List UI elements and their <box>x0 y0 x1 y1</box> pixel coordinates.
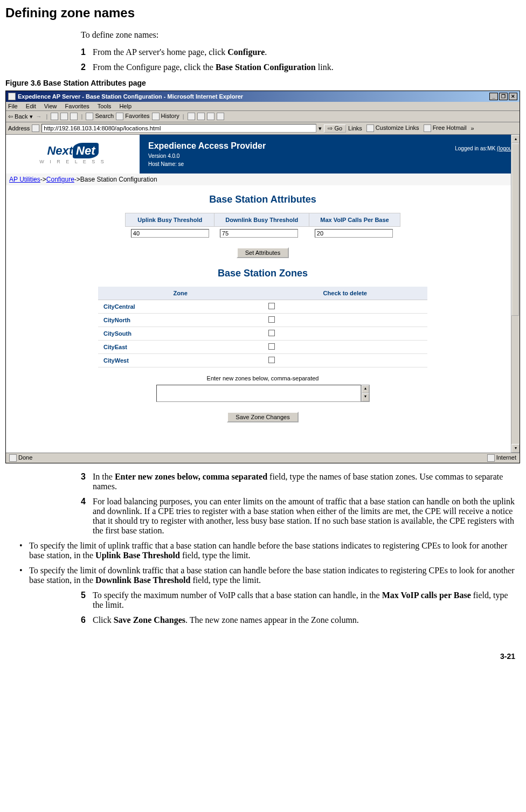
address-input[interactable]: http://192.168.103.14:8080/ap/locations.… <box>41 124 316 133</box>
breadcrumb-current: Base Station Configuration <box>80 176 157 183</box>
link-icon <box>366 124 374 132</box>
text: Click <box>93 615 114 624</box>
uplink-threshold-input[interactable]: 40 <box>131 229 209 238</box>
step-text: Click Save Zone Changes. The new zone na… <box>93 615 515 625</box>
menubar: File Edit View Favorites Tools Help <box>6 102 520 111</box>
set-attributes-button[interactable]: Set Attributes <box>237 247 289 258</box>
col-uplink-threshold: Uplink Busy Threshold <box>126 213 214 227</box>
step-number: 4 <box>81 497 93 536</box>
menu-file[interactable]: File <box>8 103 18 109</box>
zone-name: CityEast <box>98 341 263 354</box>
delete-checkbox[interactable] <box>268 316 275 323</box>
text: To specify the maximum number of VoIP ca… <box>93 591 382 600</box>
page-icon <box>9 454 17 462</box>
text: field, type the limit. <box>180 551 251 560</box>
logo-text-b: Net <box>73 143 98 158</box>
logo: NextNet W I R E L E S S <box>6 135 140 173</box>
step-number: 2 <box>81 63 93 72</box>
refresh-icon[interactable] <box>60 113 68 120</box>
menu-edit[interactable]: Edit <box>26 103 36 109</box>
delete-checkbox[interactable] <box>268 330 275 336</box>
link-icon <box>424 124 431 132</box>
breadcrumb-configure[interactable]: Configure <box>46 176 74 183</box>
text: Logged in as: <box>455 145 487 151</box>
link-hotmail[interactable]: Free Hotmail <box>424 124 467 132</box>
ie-icon <box>8 93 16 100</box>
banner-version: Version 4.0.0 <box>148 153 511 159</box>
section-base-station-zones: Base Station Zones <box>27 268 498 279</box>
menu-view[interactable]: View <box>44 103 57 109</box>
maximize-button[interactable]: ❐ <box>499 93 508 100</box>
status-right: Internet <box>487 454 516 462</box>
logo-text-a: Next <box>47 144 73 157</box>
bold-text: Configure <box>227 47 265 57</box>
step-4: 4 For load balancing purposes, you can e… <box>81 497 515 536</box>
textarea-scrollbar[interactable]: ▴▾ <box>361 385 370 402</box>
menu-tools[interactable]: Tools <box>98 103 112 109</box>
delete-checkbox[interactable] <box>268 343 275 350</box>
save-zone-changes-button[interactable]: Save Zone Changes <box>227 412 298 422</box>
text: link. <box>316 63 334 72</box>
delete-checkbox[interactable] <box>268 357 275 363</box>
menu-help[interactable]: Help <box>119 103 132 109</box>
delete-checkbox[interactable] <box>268 303 275 309</box>
mail-icon[interactable] <box>188 113 195 120</box>
screenshot-browser-window: Expedience AP Server - Base Station Conf… <box>5 91 520 463</box>
close-button[interactable]: ✕ <box>509 93 517 100</box>
step-6: 6 Click Save Zone Changes. The new zone … <box>81 615 515 625</box>
bullet-mark: • <box>19 566 29 585</box>
stop-icon[interactable] <box>51 113 58 120</box>
favorites-button[interactable]: Favorites <box>116 113 149 120</box>
step-3: 3 In the Enter new zones below, comma se… <box>81 472 515 491</box>
favorites-icon <box>116 113 123 120</box>
status-left: Done <box>9 454 32 462</box>
print-icon[interactable] <box>197 113 205 120</box>
max-voip-input[interactable]: 20 <box>315 229 393 238</box>
table-row: CityWest <box>98 354 427 367</box>
logo-subtext: W I R E L E S S <box>39 159 106 164</box>
step-number: 1 <box>81 47 93 57</box>
statusbar: Done Internet <box>6 453 520 463</box>
menu-favorites[interactable]: Favorites <box>65 103 89 109</box>
login-info: Logged in as:MK (logout) <box>455 145 515 151</box>
col-max-voip: Max VoIP Calls Per Base <box>309 213 400 227</box>
scroll-thumb[interactable] <box>511 143 519 316</box>
address-label: Address <box>8 125 30 131</box>
history-button[interactable]: History <box>152 113 179 120</box>
step-text: For load balancing purposes, you can ent… <box>93 497 515 536</box>
page-icon <box>32 124 39 132</box>
step-2: 2 From the Configure page, click the Bas… <box>81 63 515 72</box>
downlink-threshold-input[interactable]: 75 <box>220 229 298 238</box>
bold-text: Downlink Base Threshold <box>95 575 190 585</box>
links-more[interactable]: » <box>471 125 474 131</box>
text: From the Configure page, click the <box>93 63 216 72</box>
scroll-up-icon[interactable]: ▴ <box>511 135 520 143</box>
back-button[interactable]: ⇦ Back ▾ <box>8 113 33 120</box>
banner-host: Host Name: se <box>148 161 511 167</box>
home-icon[interactable] <box>70 113 78 120</box>
breadcrumb-ap-utilities[interactable]: AP Utilities <box>9 176 40 183</box>
discuss-icon[interactable] <box>217 113 224 120</box>
addressbar: Address http://192.168.103.14:8080/ap/lo… <box>6 122 520 135</box>
step-number: 5 <box>81 591 93 610</box>
edit-icon[interactable] <box>207 113 214 120</box>
text: From the AP server's home page, click <box>93 47 227 57</box>
bold-text: Base Station Configuration <box>216 63 316 72</box>
col-check-delete: Check to delete <box>263 287 428 300</box>
bullet-text: To specify the limit of downlink traffic… <box>29 566 515 585</box>
app-header: NextNet W I R E L E S S Expedience Acces… <box>6 135 520 173</box>
link-customize[interactable]: Customize Links <box>366 124 419 132</box>
col-zone: Zone <box>98 287 263 300</box>
col-downlink-threshold: Downlink Busy Threshold <box>214 213 309 227</box>
bullet-mark: • <box>19 541 29 560</box>
minimize-button[interactable]: _ <box>489 93 498 100</box>
zone-name: CityNorth <box>98 314 263 327</box>
vertical-scrollbar[interactable]: ▴ ▾ <box>511 135 520 453</box>
search-button[interactable]: Search <box>86 113 114 120</box>
go-button[interactable]: ⇨ Go <box>324 124 346 133</box>
scroll-down-icon[interactable]: ▾ <box>511 444 520 453</box>
step-text: From the Configure page, click the Base … <box>93 63 515 72</box>
step-text: From the AP server's home page, click Co… <box>93 47 515 57</box>
address-dropdown[interactable]: ▾ <box>319 125 322 132</box>
new-zones-textarea[interactable] <box>156 385 361 402</box>
